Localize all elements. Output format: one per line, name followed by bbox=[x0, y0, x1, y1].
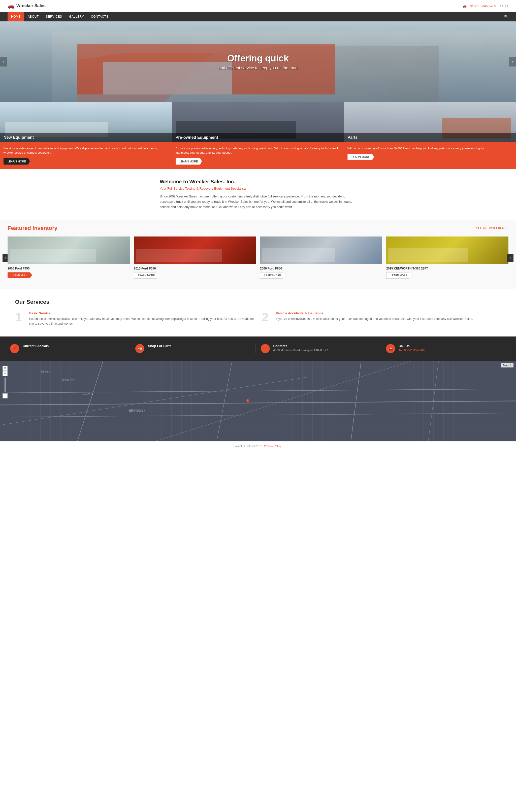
category-label-preowned: Pre-owned Equipment bbox=[172, 133, 344, 142]
service-name-1: Vehicle Accidents & Insurance bbox=[276, 311, 473, 315]
map-compass-button[interactable]: ⊕ bbox=[2, 366, 7, 371]
nav-item-gallery[interactable]: GALLERY bbox=[65, 12, 87, 21]
map-area[interactable]: Newark Jersey City New York BROOKLYN 📍 M… bbox=[0, 361, 516, 441]
search-icon[interactable]: 🔍 bbox=[504, 14, 509, 19]
footer-item-callus: 🚗 Call Us Tel: 800-2345-6789 bbox=[381, 344, 506, 353]
logo-icon: 🚗 bbox=[7, 2, 15, 9]
bottom-footer: Wrecker Sales © 2015. Privacy Policy bbox=[0, 441, 516, 451]
inventory-name-0: 2006 Ford F450 bbox=[7, 267, 130, 270]
footer-item-parts[interactable]: 🚛 Shop For Parts bbox=[130, 344, 256, 353]
inventory-next-button[interactable]: › bbox=[507, 254, 514, 262]
inventory-img-1 bbox=[134, 236, 256, 264]
inventory-name-2: 2006 Ford F650 bbox=[260, 267, 382, 270]
welcome-title: Welcome to Wrecker Sales. Inc. bbox=[160, 179, 356, 184]
inventory-img-2 bbox=[260, 236, 382, 264]
inventory-item-1: 2015 Ford F650 LEARN MORE bbox=[134, 236, 256, 279]
footer-text-parts: Shop For Parts bbox=[148, 344, 171, 348]
footer-item-contacts: 📍 Contacts 4178 Marmora Road, Glasgow, D… bbox=[256, 344, 381, 353]
category-card-preowned: Pre-owned Equipment bbox=[172, 102, 344, 142]
services-section: Our Services 1 Basic Service Experienced… bbox=[0, 289, 516, 336]
map-label-brooklyn: BROOKLYN bbox=[129, 409, 146, 412]
googleplus-icon[interactable]: g+ bbox=[505, 4, 509, 8]
header-right: 🚗 Tel: 800-2345-6789 f t g+ bbox=[463, 4, 509, 8]
privacy-policy-link[interactable]: Privacy Policy bbox=[264, 444, 281, 447]
inventory-item-3: 2015 KENWORTH T-370 28FT LEARN MORE bbox=[386, 236, 509, 279]
service-number-0: 1 bbox=[15, 311, 25, 323]
hero-next-button[interactable]: › bbox=[509, 57, 516, 66]
hero-section: Offering quick and efficient service to … bbox=[0, 21, 516, 102]
map-label-newark: Newark bbox=[41, 370, 50, 373]
nav-item-contacts[interactable]: CONTACTS bbox=[87, 12, 112, 21]
category-desc-parts: With a parts inventory of more than 10,0… bbox=[344, 142, 516, 169]
service-number-1: 2 bbox=[262, 311, 272, 323]
inventory-img-0 bbox=[7, 236, 130, 264]
learn-more-new-button[interactable]: LEARN MORE bbox=[3, 158, 30, 165]
inventory-btn-3[interactable]: LEARN MORE bbox=[386, 272, 411, 279]
map-zoom-out-button[interactable]: − bbox=[2, 394, 7, 399]
map-zoom-in-button[interactable]: + bbox=[2, 371, 7, 376]
logo-text: Wrecker Sales bbox=[17, 3, 46, 8]
category-desc-row: We stock a wide range of new vehicles an… bbox=[0, 142, 516, 169]
svg-line-3 bbox=[77, 361, 103, 441]
hero-subtitle: and efficient service to keep you on the… bbox=[219, 66, 297, 70]
service-name-0: Basic Service bbox=[29, 311, 254, 315]
inventory-carousel: ‹ 2006 Ford F450 LEARN MORE 2015 Ford F6… bbox=[7, 236, 509, 279]
svg-line-4 bbox=[217, 361, 232, 441]
facebook-icon[interactable]: f bbox=[500, 4, 501, 8]
learn-more-parts-button[interactable]: LEARN MORE bbox=[347, 154, 374, 160]
twitter-icon[interactable]: t bbox=[503, 4, 504, 8]
map-roads bbox=[0, 361, 516, 441]
svg-line-5 bbox=[351, 361, 361, 441]
map-label-jerseycity: Jersey City bbox=[62, 378, 74, 381]
map-pin: 📍 bbox=[245, 399, 251, 406]
social-icons: f t g+ bbox=[500, 4, 509, 8]
footer-text-callus: Call Us Tel: 800-2345-6789 bbox=[399, 344, 425, 352]
main-nav: HOME ABOUT SERVICES GALLERY CONTACTS 🔍 bbox=[0, 12, 516, 21]
footer-text-specials: Current Specials bbox=[23, 344, 49, 348]
inventory-item-0: 2006 Ford F450 LEARN MORE bbox=[7, 236, 130, 279]
inventory-item-2: 2006 Ford F650 LEARN MORE bbox=[260, 236, 382, 279]
svg-line-2 bbox=[0, 413, 516, 417]
svg-line-6 bbox=[428, 361, 439, 441]
featured-title: Featured Inventory bbox=[7, 225, 57, 231]
category-label-new: New Equipment bbox=[0, 133, 172, 142]
service-desc-1: If you've been involved in a vehicle acc… bbox=[276, 317, 473, 321]
logo-area[interactable]: 🚗 Wrecker Sales bbox=[7, 2, 46, 9]
nav-item-about[interactable]: ABOUT bbox=[24, 12, 42, 21]
inventory-name-3: 2015 KENWORTH T-370 28FT bbox=[386, 267, 509, 270]
see-all-wreckers-link[interactable]: SEE ALL WRECKERS › bbox=[476, 226, 509, 230]
category-row: New Equipment Pre-owned Equipment Parts bbox=[0, 102, 516, 142]
hero-title: Offering quick bbox=[219, 53, 297, 64]
services-title: Our Services bbox=[15, 299, 501, 305]
map-label-btn[interactable]: Map ↗ bbox=[501, 363, 514, 368]
specials-icon: 🚩 bbox=[10, 344, 19, 353]
category-label-parts: Parts bbox=[344, 133, 516, 142]
map-background: Newark Jersey City New York BROOKLYN 📍 M… bbox=[0, 361, 516, 441]
service-content-0: Basic Service Experienced service specia… bbox=[29, 311, 254, 326]
service-item-1: 2 Vehicle Accidents & Insurance If you'v… bbox=[262, 311, 501, 326]
footer-item-specials[interactable]: 🚩 Current Specials bbox=[10, 344, 130, 353]
nav-item-services[interactable]: SERVICES bbox=[42, 12, 65, 21]
contacts-icon: 📍 bbox=[261, 344, 270, 353]
welcome-text: Since 2002 Wrecker Sales has been offeri… bbox=[160, 194, 356, 210]
inventory-btn-1[interactable]: LEARN MORE bbox=[134, 272, 159, 279]
svg-line-7 bbox=[0, 377, 310, 425]
svg-line-8 bbox=[155, 361, 413, 441]
header-phone: 🚗 Tel: 800-2345-6789 bbox=[463, 4, 496, 8]
welcome-section: Welcome to Wrecker Sales. Inc. Your Full… bbox=[145, 169, 371, 220]
hero-prev-button[interactable]: ‹ bbox=[0, 57, 7, 66]
service-desc-0: Experienced service specialists can help… bbox=[29, 317, 254, 326]
inventory-btn-2[interactable]: LEARN MORE bbox=[260, 272, 285, 279]
category-card-new: New Equipment bbox=[0, 102, 172, 142]
parts-icon: 🚛 bbox=[135, 344, 144, 353]
nav-links: HOME ABOUT SERVICES GALLERY CONTACTS bbox=[7, 12, 112, 21]
learn-more-preowned-button[interactable]: LEARN MORE bbox=[176, 158, 202, 165]
nav-item-home[interactable]: HOME bbox=[7, 12, 24, 21]
svg-line-0 bbox=[0, 389, 516, 393]
category-desc-new: We stock a wide range of new vehicles an… bbox=[0, 142, 172, 169]
inventory-grid: 2006 Ford F450 LEARN MORE 2015 Ford F650… bbox=[7, 236, 509, 279]
category-card-parts: Parts bbox=[344, 102, 516, 142]
inventory-btn-0[interactable]: LEARN MORE bbox=[7, 272, 32, 278]
phone-icon: 🚗 bbox=[463, 4, 467, 8]
footer-bar: 🚩 Current Specials 🚛 Shop For Parts 📍 Co… bbox=[0, 337, 516, 361]
